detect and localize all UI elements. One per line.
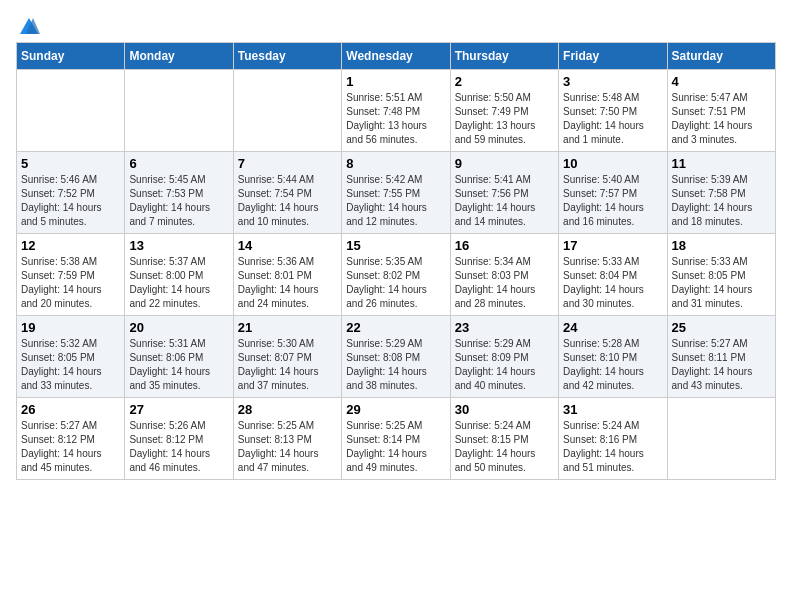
day-number: 18: [672, 238, 771, 253]
day-info: Sunrise: 5:38 AMSunset: 7:59 PMDaylight:…: [21, 255, 120, 311]
day-info: Sunrise: 5:46 AMSunset: 7:52 PMDaylight:…: [21, 173, 120, 229]
calendar-week-row: 12Sunrise: 5:38 AMSunset: 7:59 PMDayligh…: [17, 234, 776, 316]
calendar-day-cell: 19Sunrise: 5:32 AMSunset: 8:05 PMDayligh…: [17, 316, 125, 398]
day-info: Sunrise: 5:25 AMSunset: 8:14 PMDaylight:…: [346, 419, 445, 475]
day-info: Sunrise: 5:29 AMSunset: 8:09 PMDaylight:…: [455, 337, 554, 393]
day-info: Sunrise: 5:26 AMSunset: 8:12 PMDaylight:…: [129, 419, 228, 475]
day-number: 4: [672, 74, 771, 89]
calendar-day-cell: 26Sunrise: 5:27 AMSunset: 8:12 PMDayligh…: [17, 398, 125, 480]
calendar-day-cell: [667, 398, 775, 480]
calendar-day-cell: 5Sunrise: 5:46 AMSunset: 7:52 PMDaylight…: [17, 152, 125, 234]
calendar-day-cell: 15Sunrise: 5:35 AMSunset: 8:02 PMDayligh…: [342, 234, 450, 316]
day-number: 5: [21, 156, 120, 171]
day-number: 23: [455, 320, 554, 335]
calendar-week-row: 1Sunrise: 5:51 AMSunset: 7:48 PMDaylight…: [17, 70, 776, 152]
calendar-day-cell: 9Sunrise: 5:41 AMSunset: 7:56 PMDaylight…: [450, 152, 558, 234]
calendar-week-row: 5Sunrise: 5:46 AMSunset: 7:52 PMDaylight…: [17, 152, 776, 234]
column-header-friday: Friday: [559, 43, 667, 70]
day-info: Sunrise: 5:37 AMSunset: 8:00 PMDaylight:…: [129, 255, 228, 311]
day-info: Sunrise: 5:33 AMSunset: 8:04 PMDaylight:…: [563, 255, 662, 311]
column-header-thursday: Thursday: [450, 43, 558, 70]
day-number: 31: [563, 402, 662, 417]
calendar-day-cell: 3Sunrise: 5:48 AMSunset: 7:50 PMDaylight…: [559, 70, 667, 152]
calendar-week-row: 26Sunrise: 5:27 AMSunset: 8:12 PMDayligh…: [17, 398, 776, 480]
calendar-day-cell: 17Sunrise: 5:33 AMSunset: 8:04 PMDayligh…: [559, 234, 667, 316]
day-number: 17: [563, 238, 662, 253]
day-number: 15: [346, 238, 445, 253]
day-info: Sunrise: 5:51 AMSunset: 7:48 PMDaylight:…: [346, 91, 445, 147]
calendar-day-cell: 16Sunrise: 5:34 AMSunset: 8:03 PMDayligh…: [450, 234, 558, 316]
day-info: Sunrise: 5:24 AMSunset: 8:16 PMDaylight:…: [563, 419, 662, 475]
day-info: Sunrise: 5:34 AMSunset: 8:03 PMDaylight:…: [455, 255, 554, 311]
day-info: Sunrise: 5:50 AMSunset: 7:49 PMDaylight:…: [455, 91, 554, 147]
day-info: Sunrise: 5:40 AMSunset: 7:57 PMDaylight:…: [563, 173, 662, 229]
day-info: Sunrise: 5:36 AMSunset: 8:01 PMDaylight:…: [238, 255, 337, 311]
day-info: Sunrise: 5:44 AMSunset: 7:54 PMDaylight:…: [238, 173, 337, 229]
calendar-day-cell: 27Sunrise: 5:26 AMSunset: 8:12 PMDayligh…: [125, 398, 233, 480]
calendar-day-cell: [233, 70, 341, 152]
day-number: 29: [346, 402, 445, 417]
day-number: 7: [238, 156, 337, 171]
day-info: Sunrise: 5:45 AMSunset: 7:53 PMDaylight:…: [129, 173, 228, 229]
day-info: Sunrise: 5:39 AMSunset: 7:58 PMDaylight:…: [672, 173, 771, 229]
day-number: 11: [672, 156, 771, 171]
day-info: Sunrise: 5:24 AMSunset: 8:15 PMDaylight:…: [455, 419, 554, 475]
calendar-day-cell: 10Sunrise: 5:40 AMSunset: 7:57 PMDayligh…: [559, 152, 667, 234]
column-header-wednesday: Wednesday: [342, 43, 450, 70]
column-header-tuesday: Tuesday: [233, 43, 341, 70]
page-header: [16, 16, 776, 34]
calendar-header-row: SundayMondayTuesdayWednesdayThursdayFrid…: [17, 43, 776, 70]
day-number: 16: [455, 238, 554, 253]
day-number: 26: [21, 402, 120, 417]
calendar-day-cell: 1Sunrise: 5:51 AMSunset: 7:48 PMDaylight…: [342, 70, 450, 152]
day-number: 1: [346, 74, 445, 89]
calendar-day-cell: 25Sunrise: 5:27 AMSunset: 8:11 PMDayligh…: [667, 316, 775, 398]
day-info: Sunrise: 5:27 AMSunset: 8:12 PMDaylight:…: [21, 419, 120, 475]
day-number: 13: [129, 238, 228, 253]
logo-icon: [18, 16, 40, 38]
day-number: 24: [563, 320, 662, 335]
day-info: Sunrise: 5:33 AMSunset: 8:05 PMDaylight:…: [672, 255, 771, 311]
day-info: Sunrise: 5:47 AMSunset: 7:51 PMDaylight:…: [672, 91, 771, 147]
calendar-day-cell: 21Sunrise: 5:30 AMSunset: 8:07 PMDayligh…: [233, 316, 341, 398]
calendar-day-cell: [125, 70, 233, 152]
day-info: Sunrise: 5:48 AMSunset: 7:50 PMDaylight:…: [563, 91, 662, 147]
calendar-day-cell: 20Sunrise: 5:31 AMSunset: 8:06 PMDayligh…: [125, 316, 233, 398]
day-number: 3: [563, 74, 662, 89]
calendar-day-cell: 14Sunrise: 5:36 AMSunset: 8:01 PMDayligh…: [233, 234, 341, 316]
day-number: 28: [238, 402, 337, 417]
day-info: Sunrise: 5:32 AMSunset: 8:05 PMDaylight:…: [21, 337, 120, 393]
calendar-day-cell: 11Sunrise: 5:39 AMSunset: 7:58 PMDayligh…: [667, 152, 775, 234]
calendar-table: SundayMondayTuesdayWednesdayThursdayFrid…: [16, 42, 776, 480]
day-number: 8: [346, 156, 445, 171]
logo: [16, 16, 40, 34]
day-info: Sunrise: 5:27 AMSunset: 8:11 PMDaylight:…: [672, 337, 771, 393]
day-number: 2: [455, 74, 554, 89]
day-number: 22: [346, 320, 445, 335]
column-header-sunday: Sunday: [17, 43, 125, 70]
day-number: 6: [129, 156, 228, 171]
day-info: Sunrise: 5:42 AMSunset: 7:55 PMDaylight:…: [346, 173, 445, 229]
day-number: 21: [238, 320, 337, 335]
calendar-day-cell: 31Sunrise: 5:24 AMSunset: 8:16 PMDayligh…: [559, 398, 667, 480]
calendar-day-cell: 30Sunrise: 5:24 AMSunset: 8:15 PMDayligh…: [450, 398, 558, 480]
calendar-day-cell: 18Sunrise: 5:33 AMSunset: 8:05 PMDayligh…: [667, 234, 775, 316]
calendar-day-cell: 6Sunrise: 5:45 AMSunset: 7:53 PMDaylight…: [125, 152, 233, 234]
day-info: Sunrise: 5:31 AMSunset: 8:06 PMDaylight:…: [129, 337, 228, 393]
calendar-day-cell: 29Sunrise: 5:25 AMSunset: 8:14 PMDayligh…: [342, 398, 450, 480]
day-info: Sunrise: 5:28 AMSunset: 8:10 PMDaylight:…: [563, 337, 662, 393]
calendar-day-cell: 24Sunrise: 5:28 AMSunset: 8:10 PMDayligh…: [559, 316, 667, 398]
day-number: 25: [672, 320, 771, 335]
calendar-day-cell: 12Sunrise: 5:38 AMSunset: 7:59 PMDayligh…: [17, 234, 125, 316]
calendar-week-row: 19Sunrise: 5:32 AMSunset: 8:05 PMDayligh…: [17, 316, 776, 398]
day-number: 9: [455, 156, 554, 171]
day-info: Sunrise: 5:35 AMSunset: 8:02 PMDaylight:…: [346, 255, 445, 311]
day-info: Sunrise: 5:25 AMSunset: 8:13 PMDaylight:…: [238, 419, 337, 475]
day-info: Sunrise: 5:30 AMSunset: 8:07 PMDaylight:…: [238, 337, 337, 393]
day-number: 27: [129, 402, 228, 417]
day-number: 14: [238, 238, 337, 253]
column-header-saturday: Saturday: [667, 43, 775, 70]
calendar-day-cell: 7Sunrise: 5:44 AMSunset: 7:54 PMDaylight…: [233, 152, 341, 234]
day-number: 12: [21, 238, 120, 253]
calendar-day-cell: 13Sunrise: 5:37 AMSunset: 8:00 PMDayligh…: [125, 234, 233, 316]
